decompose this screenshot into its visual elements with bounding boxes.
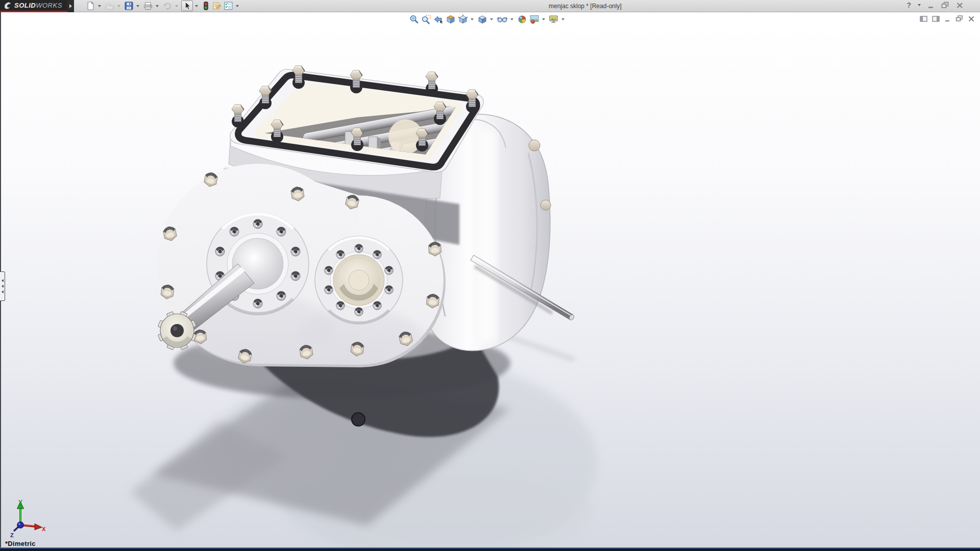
hide-show-items-dropdown[interactable] [510,18,513,20]
display-style-icon [477,14,487,24]
restore-icon [941,2,949,9]
zoom-to-fit-icon [409,14,419,24]
save-button[interactable] [124,1,134,11]
countershaft-bearing-boss [315,236,403,324]
minimize-document-icon [944,16,951,22]
view-settings-icon [549,14,559,24]
triad-x-label: X [42,526,46,532]
collapse-arrow-icon [2,279,4,282]
print-icon [143,2,153,10]
close-window-button[interactable] [956,2,964,9]
rebuild-button[interactable] [201,1,211,11]
left-pane-icon [920,16,927,22]
view-orientation-label: *Dimetric [5,540,36,547]
triad-z-label: Z [10,532,14,538]
save-dropdown[interactable] [136,5,139,7]
open-dropdown[interactable] [117,5,120,7]
rear-flange-bolt [541,200,551,210]
collapse-arrow-icon [2,290,4,293]
brand-text: SOLIDWORKS [14,2,62,9]
hide-show-items-icon [497,14,508,24]
open-document-button[interactable] [104,2,115,11]
new-document-icon [86,2,95,10]
rear-flange-bolt [529,140,540,151]
section-view-icon [446,14,456,24]
select-dropdown[interactable] [195,5,198,7]
minimize-document-button[interactable] [944,16,951,22]
show-right-pane-button[interactable] [932,16,940,22]
minimize-icon [927,2,935,9]
graphics-viewport[interactable]: Y X Z *Dimetric [0,12,980,547]
restore-window-button[interactable] [941,2,949,9]
help-dropdown[interactable] [918,4,921,6]
brand-bold: SOLID [14,2,36,9]
view-settings-dropdown[interactable] [561,18,565,20]
apply-scene-icon [529,14,540,24]
featuremanager-collapsed-tab[interactable] [0,271,5,301]
open-folder-icon [105,2,114,10]
section-view-button[interactable] [445,14,456,25]
orientation-triad: Y X Z [7,498,47,540]
show-left-pane-button[interactable] [920,16,927,22]
brand-light: WORKS [36,2,62,9]
print-dropdown[interactable] [156,5,159,7]
triad-y-label: Y [18,499,22,506]
close-document-icon [968,16,975,22]
zoom-to-area-icon [421,14,431,24]
previous-view-icon [433,14,444,24]
new-document-button[interactable] [85,1,96,11]
file-properties-button[interactable] [211,1,223,11]
undo-dropdown[interactable] [175,5,178,7]
save-icon [125,2,133,10]
display-style-dropdown[interactable] [490,18,493,20]
document-window-controls [920,15,975,22]
right-pane-icon [932,16,940,22]
apply-scene-dropdown[interactable] [542,18,545,20]
document-title: menjac sklop * [Read-only] [549,3,622,10]
select-button[interactable] [181,1,193,11]
print-button[interactable] [142,1,154,11]
heads-up-view-toolbar [408,14,567,25]
apply-scene-button[interactable] [529,14,540,25]
menu-expand-button[interactable] [67,0,74,12]
previous-view-button[interactable] [433,14,444,25]
view-orientation-button[interactable] [457,14,469,25]
title-bar: SOLIDWORKS [0,0,980,12]
edit-appearance-button[interactable] [517,14,528,25]
hide-show-items-button[interactable] [496,14,508,25]
window-controls: ? [906,1,964,9]
options-button[interactable] [223,1,234,11]
file-properties-icon [212,2,222,10]
close-icon [956,2,964,9]
zoom-to-area-button[interactable] [421,14,432,25]
view-orientation-icon [458,14,468,24]
minimize-window-button[interactable] [927,2,935,9]
undo-icon [163,2,172,10]
view-orientation-dropdown[interactable] [471,18,474,20]
close-document-button[interactable] [968,16,975,22]
display-style-button[interactable] [477,14,488,25]
edit-appearance-icon [517,14,527,24]
drain-plug [352,413,365,426]
quick-access-toolbar [85,1,241,11]
rebuild-traffic-light-icon [202,2,210,10]
restore-document-button[interactable] [955,15,963,22]
taskbar-strip [0,547,980,551]
collapse-arrow-icon [2,285,4,288]
undo-button[interactable] [162,1,173,11]
zoom-to-fit-button[interactable] [408,14,420,25]
select-cursor-icon [183,2,191,10]
flyout-arrow-icon [69,4,72,8]
view-settings-button[interactable] [548,14,559,25]
new-dropdown[interactable] [98,5,101,7]
restore-document-icon [955,15,963,22]
options-dropdown[interactable] [236,5,239,7]
options-icon [224,2,233,10]
ds-logo-icon [3,1,12,10]
solidworks-logo: SOLIDWORKS [0,0,67,12]
help-button[interactable]: ? [906,1,911,9]
gearbox-model[interactable] [0,12,980,547]
